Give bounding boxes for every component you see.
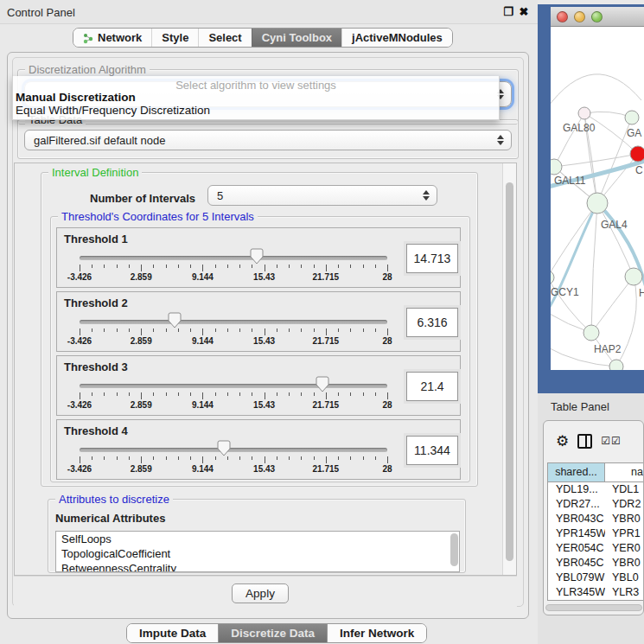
threshold-slider-track[interactable] xyxy=(80,320,387,324)
node-table[interactable]: shared...na YDL19...YDL1YDR27...YDR2YBR0… xyxy=(547,462,644,601)
tick-mark xyxy=(375,456,376,460)
tick-mark xyxy=(227,456,228,460)
network-node[interactable] xyxy=(583,325,599,341)
table-cell: YIL052C xyxy=(548,600,605,601)
attributes-group: Attributes to discretize Numerical Attri… xyxy=(48,499,466,573)
tab-cyni-toolbox[interactable]: Cyni Toolbox xyxy=(252,29,341,47)
threshold-value-field[interactable]: 6.316 xyxy=(406,308,458,337)
threshold-slider-thumb[interactable] xyxy=(217,440,231,456)
tick-label: 28 xyxy=(368,464,406,474)
table-row[interactable]: YER054CYER0 xyxy=(548,541,644,556)
vertical-scrollbar-thumb[interactable] xyxy=(506,182,513,561)
vertical-scrollbar[interactable] xyxy=(502,163,516,575)
table-row[interactable]: YPR145WYPR1 xyxy=(548,526,644,541)
attribute-list-item[interactable]: TopologicalCoefficient xyxy=(56,546,459,561)
tick-mark xyxy=(153,265,154,268)
threshold-slider-thumb[interactable] xyxy=(168,312,182,328)
spinner-arrows-icon xyxy=(423,190,430,201)
network-node[interactable] xyxy=(630,146,644,162)
network-window: GAL80GACGAL11GAL4GCY1HHAP2 xyxy=(538,4,644,393)
threshold-slider-track[interactable] xyxy=(80,448,387,452)
bottom-tab-discretize-data[interactable]: Discretize Data xyxy=(218,624,327,642)
tick-mark xyxy=(104,265,105,268)
bottom-tab-infer-network[interactable]: Infer Network xyxy=(327,624,426,642)
close-traffic-light-icon[interactable] xyxy=(557,11,568,22)
threshold-value-field[interactable]: 21.4 xyxy=(406,372,458,401)
table-row[interactable]: YLR345WYLR3 xyxy=(548,585,644,600)
float-window-icon[interactable]: ❐ xyxy=(501,5,515,19)
tick-label: 21.715 xyxy=(307,400,345,410)
threshold-slider-thumb[interactable] xyxy=(316,376,329,392)
table-data-combo[interactable]: galFiltered.sif default node xyxy=(24,130,512,150)
network-node[interactable] xyxy=(551,159,562,175)
tick-mark xyxy=(239,265,240,268)
threshold-slider-track[interactable] xyxy=(80,384,387,388)
network-node[interactable] xyxy=(551,271,554,284)
tick-mark xyxy=(363,392,364,396)
apply-button[interactable]: Apply xyxy=(232,583,289,603)
tick-label: -3.426 xyxy=(61,272,99,282)
tick-mark xyxy=(141,392,142,399)
network-node[interactable] xyxy=(625,111,639,124)
tick-mark xyxy=(153,392,154,396)
attribute-list-item[interactable]: BetweennessCentrality xyxy=(56,561,459,572)
algorithm-group-title: Discretization Algorithm xyxy=(25,63,150,76)
tab-select[interactable]: Select xyxy=(198,29,251,47)
gear-icon[interactable]: ⚙ xyxy=(556,432,569,450)
tick-mark xyxy=(375,328,376,332)
network-node[interactable] xyxy=(587,193,608,214)
tick-mark xyxy=(277,265,277,268)
threshold-coordinates-title: Threshold's Coordinates for 5 Intervals xyxy=(58,210,258,223)
table-cell: YDL19... xyxy=(548,482,605,497)
tick-label: 15.43 xyxy=(245,336,284,346)
table-row[interactable]: YDL19...YDL1 xyxy=(548,482,644,497)
tick-mark xyxy=(178,456,179,460)
horizontal-scrollbar-thumb[interactable] xyxy=(545,604,642,611)
tick-label: 21.715 xyxy=(307,464,345,474)
tick-mark xyxy=(80,265,80,271)
network-node[interactable] xyxy=(609,360,623,370)
split-columns-icon[interactable] xyxy=(577,434,592,449)
tick-mark xyxy=(277,392,277,396)
table-row[interactable]: YIL052CYIL0 xyxy=(548,600,644,601)
tab-style[interactable]: Style xyxy=(151,29,198,47)
dropdown-item[interactable]: Manual Discretization xyxy=(16,91,136,104)
node-label: GCY1 xyxy=(551,286,579,298)
network-window-titlebar[interactable] xyxy=(551,7,644,27)
minimize-traffic-light-icon[interactable] xyxy=(574,11,585,22)
zoom-traffic-light-icon[interactable] xyxy=(591,11,603,22)
dropdown-item[interactable]: Equal Width/Frequency Discretization xyxy=(16,104,210,117)
number-of-intervals-spinner[interactable]: 5 xyxy=(207,185,437,206)
threshold-slider-thumb[interactable] xyxy=(250,248,264,265)
tick-mark xyxy=(202,456,203,463)
threshold-slider-track[interactable] xyxy=(80,256,387,260)
checked-box-icons[interactable]: ☑☑ xyxy=(601,435,622,447)
tab-network[interactable]: Network xyxy=(73,29,151,47)
node-label: H xyxy=(639,287,644,299)
column-header[interactable]: shared... xyxy=(548,463,605,481)
attribute-list-item[interactable]: SelfLoops xyxy=(56,532,459,546)
table-row[interactable]: YBR045CYBR0 xyxy=(548,556,644,571)
node-table-panel: ⚙ ☑☑ shared...na YDL19...YDL1YDR27...YDR… xyxy=(543,420,644,615)
tick-label: 15.43 xyxy=(245,400,284,410)
tick-mark xyxy=(350,328,351,332)
tab-jactivemnodules[interactable]: jActiveMNodules xyxy=(341,29,452,47)
network-canvas[interactable]: GAL80GACGAL11GAL4GCY1HHAP2 xyxy=(551,27,644,370)
table-row[interactable]: YBR043CYBR0 xyxy=(548,512,644,526)
tab-label: Style xyxy=(162,31,188,44)
tick-mark xyxy=(387,265,388,271)
node-label: GAL4 xyxy=(601,219,628,231)
numerical-attributes-list[interactable]: SelfLoopsTopologicalCoefficientBetweenne… xyxy=(55,531,460,572)
attributes-scrollbar-thumb[interactable] xyxy=(450,533,458,566)
bottom-tab-impute-data[interactable]: Impute Data xyxy=(127,624,218,642)
tick-mark xyxy=(277,328,277,332)
column-header[interactable]: na xyxy=(605,463,644,481)
table-row[interactable]: YDR27...YDR2 xyxy=(548,497,644,512)
threshold-value-field[interactable]: 14.713 xyxy=(406,244,458,273)
table-row[interactable]: YBL079WYBL0 xyxy=(548,571,644,585)
threshold-value-field[interactable]: 11.344 xyxy=(406,436,458,465)
network-node[interactable] xyxy=(578,107,590,119)
table-toolbar: ⚙ ☑☑ xyxy=(544,421,643,461)
close-icon[interactable]: ✖ xyxy=(517,5,531,19)
network-node[interactable] xyxy=(625,268,642,285)
